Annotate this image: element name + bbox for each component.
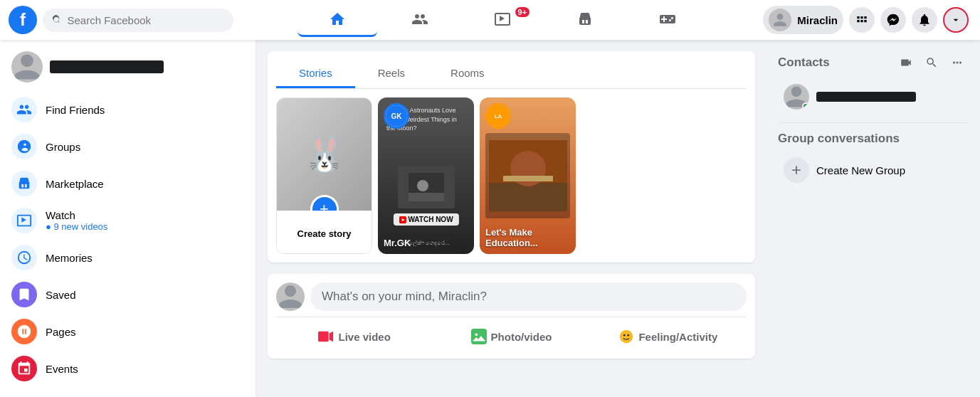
tab-reels[interactable]: Reels [355,60,428,88]
pages-icon [16,324,32,339]
friends-icon [411,11,428,28]
saved-icon-wrap [11,282,37,307]
saved-icon [16,287,32,302]
svg-point-13 [620,330,633,343]
contacts-search-btn[interactable] [920,51,943,74]
marketplace-icon [16,176,32,191]
right-sidebar: Contacts Group conversations [766,40,980,397]
nav-home-btn[interactable] [297,3,377,37]
create-new-group-btn[interactable]: Create New Group [778,152,969,189]
home-icon [329,11,346,28]
contacts-actions [895,51,969,74]
marketplace-icon-wrap [11,171,37,196]
education-name: Let's Make Education... [485,227,570,248]
facebook-logo[interactable]: f [9,6,37,34]
tab-stories[interactable]: Stories [276,60,355,88]
contacts-video-btn[interactable] [895,51,917,74]
user-profile-btn[interactable]: Miraclin [763,6,843,34]
svg-point-14 [623,334,626,337]
watch-icon [16,213,32,228]
more-dots-icon [951,56,964,69]
post-input[interactable]: What's on your mind, Miraclin? [310,282,747,311]
live-video-btn[interactable]: Live video [276,323,433,350]
groups-label: Groups [46,141,80,153]
search-icon [51,14,62,26]
live-video-label: Live video [338,331,390,343]
memories-icon [16,250,32,265]
marketplace-icon [576,11,594,28]
nav-marketplace-btn[interactable] [545,3,625,37]
create-story-item[interactable]: 🐰 + Create story [276,97,372,254]
watch-sub-label: ● 9 new videos [46,221,107,232]
nav-watch-btn[interactable]: 9+ [463,3,542,37]
create-group-label: Create New Group [816,164,905,176]
messenger-icon [886,13,900,27]
marketplace-label: Marketplace [46,178,104,190]
live-video-icon [318,329,334,344]
svg-rect-6 [489,183,567,211]
svg-rect-2 [409,193,444,201]
post-box-actions: Live video Photo/video Feeling/Activity [276,317,747,350]
nav-friends-btn[interactable] [380,3,460,37]
photo-video-icon [471,329,487,344]
video-call-icon [900,56,912,69]
story-item-mrgk[interactable]: Why do Astronauts Love these Weirdest Th… [378,97,474,254]
sidebar-item-find-friends[interactable]: Find Friends [6,91,250,128]
svg-rect-11 [471,329,487,344]
sidebar-user[interactable] [6,46,250,88]
contacts-header: Contacts [778,51,969,74]
watch-label-group: Watch ● 9 new videos [46,209,107,232]
sidebar-item-memories[interactable]: Memories [6,239,250,276]
online-dot [802,102,809,110]
divider [778,122,969,123]
gaming-icon [659,11,676,28]
svg-marker-10 [330,332,334,342]
sidebar-item-marketplace[interactable]: Marketplace [6,165,250,202]
sidebar-item-groups[interactable]: Groups [6,128,250,165]
mrgk-name: Mr.GK [384,238,468,248]
notifications-btn[interactable] [912,7,937,33]
photo-video-btn[interactable]: Photo/video [433,323,589,350]
events-icon [16,361,32,376]
create-group-icon [784,157,809,183]
contact-avatar [784,84,809,110]
messenger-btn[interactable] [880,7,906,33]
education-avatar: LA [485,103,511,129]
feeling-btn[interactable]: Feeling/Activity [590,323,747,350]
people-icon [16,102,32,117]
sidebar-item-saved[interactable]: Saved [6,276,250,313]
dropdown-arrow-btn[interactable] [943,7,969,33]
saved-label: Saved [46,289,76,301]
events-icon-wrap [11,356,37,381]
post-box-avatar [276,282,305,311]
plus-icon [789,163,804,177]
tab-rooms[interactable]: Rooms [428,60,507,88]
search-box[interactable] [43,9,233,32]
contact-name-redacted [816,92,916,102]
watch-badge: 9+ [515,7,530,17]
sidebar-item-watch[interactable]: Watch ● 9 new videos [6,202,250,239]
svg-point-12 [475,333,478,336]
watch-label: Watch [46,209,107,221]
bell-icon [917,13,932,27]
find-friends-icon-wrap [11,97,37,122]
user-name: Miraclin [797,14,838,26]
contacts-more-btn[interactable] [946,51,969,74]
sidebar-item-events[interactable]: Events [6,350,250,387]
svg-rect-9 [318,332,329,342]
watch-icon-wrap [11,208,37,233]
groups-icon-wrap [11,134,37,159]
memories-icon-wrap [11,245,37,270]
sidebar-username-redacted [50,60,164,73]
events-label: Events [46,363,78,375]
nav-gaming-btn[interactable] [628,3,707,37]
create-story-image: 🐰 + [277,98,372,211]
stories-tabs: Stories Reels Rooms [276,60,747,89]
search-input[interactable] [68,14,225,26]
sidebar-item-pages[interactable]: Pages [6,313,250,350]
apps-btn[interactable] [849,7,875,33]
topnav-center: 9+ [242,3,763,37]
story-item-education[interactable]: LA Let's Make Education... [480,97,576,254]
user-avatar [769,9,791,31]
contact-item[interactable] [778,80,969,114]
